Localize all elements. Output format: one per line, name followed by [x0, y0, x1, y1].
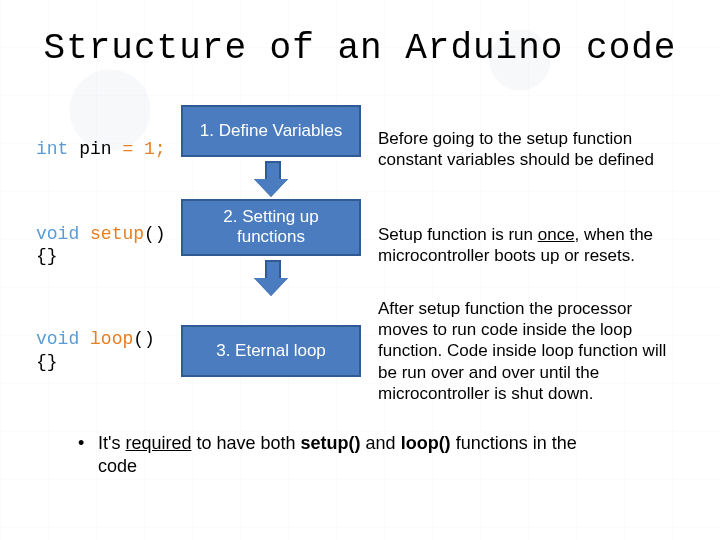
step-desc-loop: After setup function the processor moves…	[378, 298, 684, 404]
code-snippet-loop: void loop() {}	[36, 328, 164, 373]
diagram-rows: int pin = 1; 1. Define Variables Before …	[36, 105, 684, 410]
diagram-row: void loop() {} 3. Eternal loop After set…	[36, 298, 684, 404]
step-box-setting-up: 2. Setting up functions	[181, 199, 361, 256]
diagram-row: int pin = 1; 1. Define Variables Before …	[36, 105, 684, 193]
diagram-row: void setup() {} 2. Setting up functions …	[36, 199, 684, 292]
step-box-define-variables: 1. Define Variables	[181, 105, 361, 157]
step-desc-setup: Setup function is run once, when the mic…	[378, 224, 684, 267]
footnote-bullet: It's required to have both setup() and l…	[78, 432, 578, 479]
code-snippet-define: int pin = 1;	[36, 138, 164, 161]
code-snippet-setup: void setup() {}	[36, 223, 164, 268]
step-desc-define: Before going to the setup function const…	[378, 128, 684, 171]
page-title: Structure of an Arduino code	[36, 28, 684, 69]
step-box-eternal-loop: 3. Eternal loop	[181, 325, 361, 377]
